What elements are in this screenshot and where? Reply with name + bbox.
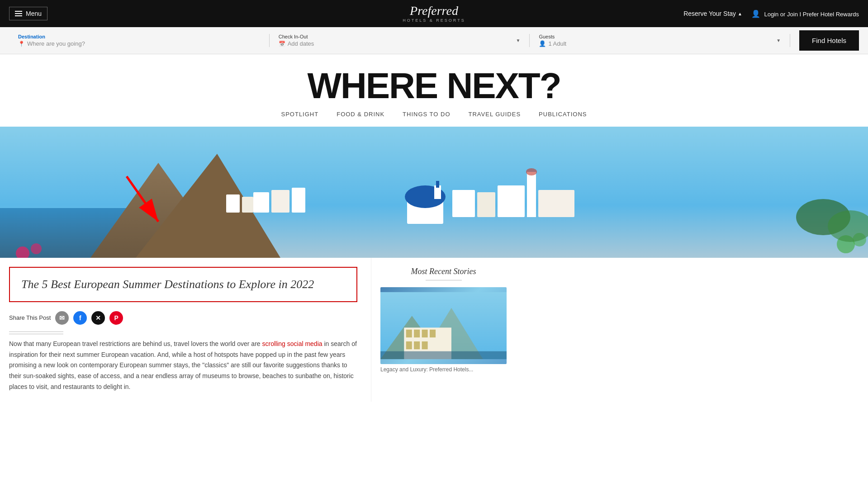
destination-field[interactable]: Destination 📍 Where are you going? xyxy=(9,34,270,47)
svg-rect-4 xyxy=(226,194,240,213)
svg-point-17 xyxy=(526,168,537,175)
svg-rect-13 xyxy=(452,190,475,217)
svg-rect-15 xyxy=(498,185,525,217)
svg-rect-31 xyxy=(406,330,412,337)
sidebar-image-svg xyxy=(380,287,507,364)
reserve-stay-button[interactable]: Reserve Your Stay ▲ xyxy=(683,10,742,17)
checkinout-label: Check In-Out xyxy=(279,34,314,39)
nav-things-to-do[interactable]: THINGS TO DO xyxy=(403,111,450,118)
svg-point-20 xyxy=(31,243,42,254)
magazine-title: WHERE NEXT? xyxy=(9,68,859,104)
sidebar-title: Most Recent Stories xyxy=(380,267,507,276)
hero-image xyxy=(0,127,868,258)
svg-rect-6 xyxy=(253,192,269,213)
share-row: Share This Post ✉ f ✕ P xyxy=(9,311,357,325)
share-label: Share This Post xyxy=(9,314,51,321)
nav-travel-guides[interactable]: TRAVEL GUIDES xyxy=(469,111,521,118)
share-facebook-button[interactable]: f xyxy=(73,311,87,325)
user-icon: 👤 xyxy=(751,10,760,18)
svg-line-26 xyxy=(127,176,158,222)
svg-rect-32 xyxy=(414,330,420,337)
article-title: The 5 Best European Summer Destinations … xyxy=(21,277,345,292)
facebook-icon: f xyxy=(79,314,81,322)
svg-rect-8 xyxy=(292,188,305,213)
article-body: Now that many European travel restrictio… xyxy=(9,339,357,393)
svg-rect-37 xyxy=(422,341,428,349)
top-navigation: Menu Preferred HOTELS & RESORTS Reserve … xyxy=(0,0,868,27)
share-twitter-button[interactable]: ✕ xyxy=(91,311,105,325)
search-bar: Destination 📍 Where are you going? Check… xyxy=(0,27,868,54)
guests-label: Guests xyxy=(539,34,566,39)
logo-main: Preferred xyxy=(403,5,465,17)
nav-publications[interactable]: PUBLICATIONS xyxy=(539,111,587,118)
magazine-nav: SPOTLIGHT FOOD & DRINK THINGS TO DO TRAV… xyxy=(9,111,859,122)
sidebar-divider xyxy=(426,280,462,280)
body-text-2: in search of inspiration for their next … xyxy=(9,340,357,390)
nav-spotlight[interactable]: SPOTLIGHT xyxy=(281,111,319,118)
chevron-up-icon: ▲ xyxy=(738,11,742,16)
share-email-button[interactable]: ✉ xyxy=(55,311,69,325)
checkin-field[interactable]: Check In-Out 📅 Add dates ▼ xyxy=(270,34,530,47)
find-hotels-label: Find Hotels xyxy=(812,37,846,44)
article-title-box: The 5 Best European Summer Destinations … xyxy=(9,267,357,302)
svg-rect-33 xyxy=(422,330,428,337)
guest-icon: 👤 xyxy=(539,40,546,47)
svg-rect-36 xyxy=(414,341,420,349)
nav-food-drink[interactable]: FOOD & DRINK xyxy=(337,111,384,118)
twitter-icon: ✕ xyxy=(95,314,101,322)
sidebar-image[interactable] xyxy=(380,287,507,364)
logo-sub: HOTELS & RESORTS xyxy=(403,18,465,23)
hamburger-icon xyxy=(15,11,22,16)
login-label: Login or Join I Prefer Hotel Rewards xyxy=(764,11,859,18)
svg-rect-18 xyxy=(538,190,574,217)
main-content: The 5 Best European Summer Destinations … xyxy=(0,258,371,402)
svg-rect-16 xyxy=(527,172,536,217)
body-text-1: Now that many European travel restrictio… xyxy=(9,340,262,347)
checkinout-placeholder: Add dates xyxy=(288,40,314,47)
menu-button[interactable]: Menu xyxy=(9,7,47,20)
sidebar: Most Recent Stories xyxy=(371,258,516,402)
destination-placeholder: Where are you going? xyxy=(27,40,85,47)
red-arrow-annotation xyxy=(118,172,172,232)
destination-label: Destination xyxy=(18,34,260,39)
calendar-icon: 📅 xyxy=(279,41,285,47)
content-area: The 5 Best European Summer Destinations … xyxy=(0,258,868,402)
svg-rect-14 xyxy=(477,192,495,217)
sidebar-image-caption: Legacy and Luxury: Preferred Hotels... xyxy=(380,366,507,373)
guests-field[interactable]: Guests 👤 1 Adult ▼ xyxy=(530,34,790,47)
checkin-dropdown-icon: ▼ xyxy=(516,38,521,43)
svg-rect-5 xyxy=(242,197,253,213)
article-divider xyxy=(9,332,63,334)
email-icon: ✉ xyxy=(59,314,65,322)
menu-label: Menu xyxy=(26,10,42,17)
svg-rect-12 xyxy=(436,181,439,188)
svg-rect-7 xyxy=(271,190,289,213)
logo[interactable]: Preferred HOTELS & RESORTS xyxy=(403,5,465,23)
svg-rect-35 xyxy=(406,341,412,349)
nav-right: Reserve Your Stay ▲ 👤 Login or Join I Pr… xyxy=(683,9,859,18)
find-hotels-button[interactable]: Find Hotels xyxy=(799,30,859,51)
guests-dropdown-icon: ▼ xyxy=(776,38,781,43)
body-link[interactable]: scrolling social media xyxy=(262,340,323,347)
pinterest-icon: P xyxy=(114,314,119,322)
guests-value: 1 Adult xyxy=(548,40,566,47)
location-icon: 📍 xyxy=(18,41,25,47)
share-pinterest-button[interactable]: P xyxy=(109,311,123,325)
magazine-header: WHERE NEXT? SPOTLIGHT FOOD & DRINK THING… xyxy=(0,54,868,127)
svg-rect-34 xyxy=(430,330,436,337)
reserve-label: Reserve Your Stay xyxy=(683,10,736,17)
login-link[interactable]: 👤 Login or Join I Prefer Hotel Rewards xyxy=(751,9,859,18)
svg-rect-38 xyxy=(380,351,507,359)
